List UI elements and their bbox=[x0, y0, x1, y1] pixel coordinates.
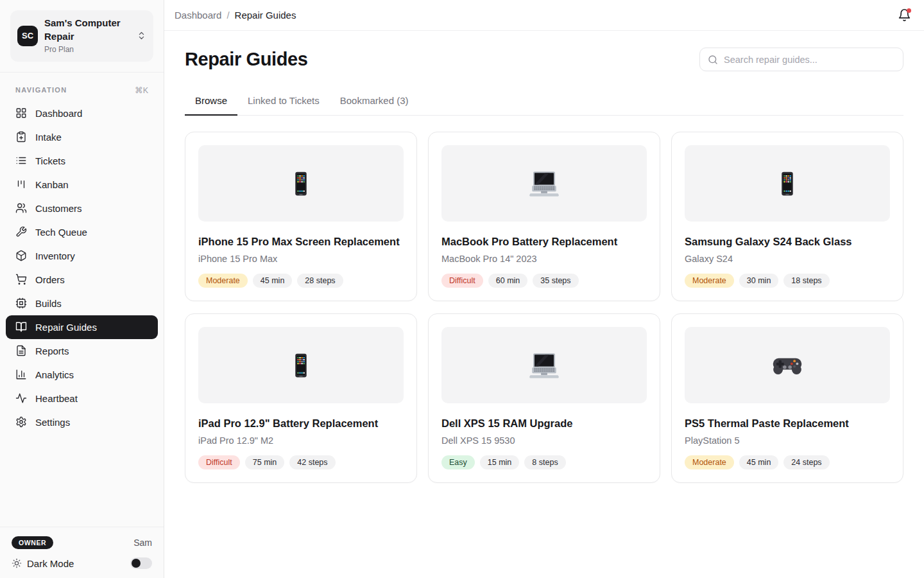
card-title: PS5 Thermal Paste Replacement bbox=[685, 417, 890, 430]
sidebar-item-heartbeat[interactable]: Heartbeat bbox=[6, 387, 158, 410]
gamepad-icon bbox=[771, 353, 804, 378]
difficulty-badge: Moderate bbox=[685, 455, 734, 469]
card-badges: Moderate45 min24 steps bbox=[685, 455, 890, 469]
card-device: Galaxy S24 bbox=[685, 254, 890, 264]
card-image bbox=[198, 327, 404, 403]
sidebar-item-label: Analytics bbox=[35, 369, 74, 380]
toggle-knob bbox=[132, 559, 141, 568]
sidebar-item-tech-queue[interactable]: Tech Queue bbox=[6, 220, 158, 244]
sidebar-item-orders[interactable]: Orders bbox=[6, 268, 158, 292]
card-title: MacBook Pro Battery Replacement bbox=[441, 236, 647, 248]
repair-guide-card-samsung-galaxy-s24-back-glass[interactable]: Samsung Galaxy S24 Back GlassGalaxy S24M… bbox=[671, 132, 903, 301]
sun-icon bbox=[12, 558, 22, 568]
time-badge: 75 min bbox=[245, 455, 285, 469]
notifications-button[interactable] bbox=[892, 3, 916, 28]
laptop-icon bbox=[528, 170, 560, 197]
card-image bbox=[198, 145, 404, 222]
difficulty-badge: Difficult bbox=[198, 455, 240, 469]
card-device: Dell XPS 15 9530 bbox=[441, 435, 647, 446]
chevrons-up-down-icon bbox=[137, 31, 146, 40]
time-badge: 15 min bbox=[480, 455, 520, 469]
bar-chart-icon bbox=[15, 369, 27, 380]
sidebar-item-dashboard[interactable]: Dashboard bbox=[6, 101, 158, 125]
sidebar-item-label: Inventory bbox=[35, 250, 75, 261]
package-icon bbox=[15, 250, 27, 261]
card-device: PlayStation 5 bbox=[685, 435, 890, 446]
card-badges: Difficult60 min35 steps bbox=[441, 274, 647, 288]
sidebar-item-settings[interactable]: Settings bbox=[6, 410, 158, 434]
search-box bbox=[699, 48, 903, 71]
smartphone-icon bbox=[774, 170, 801, 197]
sidebar-item-builds[interactable]: Builds bbox=[6, 292, 158, 315]
card-image bbox=[685, 327, 890, 403]
sidebar-item-label: Intake bbox=[35, 132, 62, 143]
repair-guide-card-ipad-pro-12-9-battery-replacement[interactable]: iPad Pro 12.9" Battery ReplacementiPad P… bbox=[185, 313, 417, 483]
cpu-icon bbox=[15, 297, 27, 309]
sidebar-item-customers[interactable]: Customers bbox=[6, 197, 158, 220]
dark-mode-label: Dark Mode bbox=[27, 558, 74, 569]
owner-name: Sam bbox=[133, 538, 152, 548]
repair-guide-grid: iPhone 15 Pro Max Screen ReplacementiPho… bbox=[185, 132, 903, 483]
repair-guide-card-dell-xps-15-ram-upgrade[interactable]: Dell XPS 15 RAM UpgradeDell XPS 15 9530E… bbox=[428, 313, 660, 483]
workspace-switcher[interactable]: SC Sam's Computer Repair Pro Plan bbox=[10, 10, 153, 62]
breadcrumb-dashboard[interactable]: Dashboard bbox=[175, 10, 221, 21]
sidebar-item-intake[interactable]: Intake bbox=[6, 125, 158, 149]
file-text-icon bbox=[15, 345, 27, 356]
time-badge: 30 min bbox=[739, 274, 779, 288]
steps-badge: 8 steps bbox=[524, 455, 565, 469]
card-badges: Moderate30 min18 steps bbox=[685, 274, 890, 288]
sidebar-item-inventory[interactable]: Inventory bbox=[6, 244, 158, 268]
shopping-cart-icon bbox=[15, 274, 27, 285]
smartphone-icon bbox=[287, 170, 314, 197]
workspace-name: Sam's Computer Repair bbox=[44, 17, 130, 43]
difficulty-badge: Difficult bbox=[441, 274, 483, 288]
card-badges: Easy15 min8 steps bbox=[441, 455, 647, 469]
tab-browse[interactable]: Browse bbox=[185, 89, 237, 115]
sidebar-item-label: Tickets bbox=[35, 155, 65, 166]
sidebar-item-label: Tech Queue bbox=[35, 227, 87, 238]
activity-icon bbox=[15, 392, 27, 404]
sidebar-item-label: Orders bbox=[35, 274, 65, 285]
sidebar-item-label: Reports bbox=[35, 346, 69, 356]
card-title: Samsung Galaxy S24 Back Glass bbox=[685, 236, 890, 248]
grid-icon bbox=[15, 107, 27, 119]
tab-bookmarked-3[interactable]: Bookmarked (3) bbox=[330, 89, 419, 115]
card-title: iPhone 15 Pro Max Screen Replacement bbox=[198, 236, 404, 248]
difficulty-badge: Moderate bbox=[685, 274, 734, 288]
notification-dot bbox=[907, 8, 911, 13]
book-open-icon bbox=[15, 321, 27, 333]
steps-badge: 35 steps bbox=[533, 274, 578, 288]
difficulty-badge: Moderate bbox=[198, 274, 248, 288]
search-input[interactable] bbox=[724, 55, 895, 65]
card-image bbox=[441, 327, 647, 403]
navigation-label: NAVIGATION bbox=[15, 86, 67, 94]
tab-linked-to-tickets[interactable]: Linked to Tickets bbox=[237, 89, 330, 115]
repair-guide-card-macbook-pro-battery-replacement[interactable]: MacBook Pro Battery ReplacementMacBook P… bbox=[428, 132, 660, 301]
sidebar-item-label: Builds bbox=[35, 298, 62, 309]
workspace-avatar: SC bbox=[17, 26, 38, 46]
card-title: Dell XPS 15 RAM Upgrade bbox=[441, 417, 647, 430]
steps-badge: 28 steps bbox=[297, 274, 343, 288]
sidebar-item-label: Customers bbox=[35, 203, 82, 214]
clipboard-plus-icon bbox=[15, 131, 27, 143]
breadcrumb: Dashboard / Repair Guides bbox=[175, 10, 296, 21]
smartphone-icon bbox=[287, 352, 314, 379]
workspace-plan: Pro Plan bbox=[44, 44, 130, 55]
repair-guide-card-ps5-thermal-paste-replacement[interactable]: PS5 Thermal Paste ReplacementPlayStation… bbox=[671, 313, 903, 483]
sidebar-item-label: Heartbeat bbox=[35, 393, 78, 404]
repair-guide-card-iphone-15-pro-max-screen-replacement[interactable]: iPhone 15 Pro Max Screen ReplacementiPho… bbox=[185, 132, 417, 301]
laptop-icon bbox=[528, 352, 560, 379]
breadcrumb-separator: / bbox=[227, 10, 229, 21]
sidebar-item-kanban[interactable]: Kanban bbox=[6, 173, 158, 197]
breadcrumb-current: Repair Guides bbox=[235, 10, 296, 21]
sidebar-footer: OWNER Sam Dark Mode bbox=[0, 527, 164, 578]
sidebar-item-analytics[interactable]: Analytics bbox=[6, 363, 158, 387]
page-title: Repair Guides bbox=[185, 49, 307, 70]
wrench-icon bbox=[15, 226, 27, 238]
search-icon bbox=[708, 55, 718, 65]
dark-mode-toggle[interactable] bbox=[130, 557, 152, 569]
sidebar-item-label: Settings bbox=[35, 417, 70, 428]
sidebar-item-repair-guides[interactable]: Repair Guides bbox=[6, 315, 158, 339]
sidebar-item-reports[interactable]: Reports bbox=[6, 339, 158, 363]
sidebar-item-tickets[interactable]: Tickets bbox=[6, 149, 158, 173]
